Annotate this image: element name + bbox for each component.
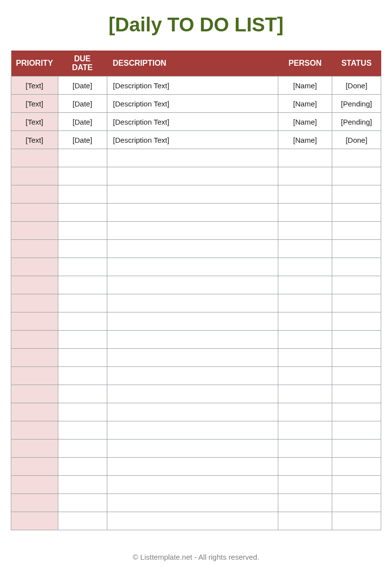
person-cell[interactable] (278, 349, 332, 367)
person-cell[interactable] (278, 476, 332, 494)
status-cell[interactable] (332, 222, 381, 240)
priority-cell[interactable] (11, 294, 58, 312)
priority-cell[interactable]: [Text] (11, 95, 58, 113)
description-cell[interactable] (107, 476, 278, 494)
person-cell[interactable]: [Name] (278, 95, 332, 113)
person-cell[interactable] (278, 222, 332, 240)
person-cell[interactable] (278, 149, 332, 167)
description-cell[interactable] (107, 367, 278, 385)
person-cell[interactable] (278, 312, 332, 331)
person-cell[interactable] (278, 167, 332, 185)
description-cell[interactable]: [Description Text] (107, 95, 278, 113)
description-cell[interactable] (107, 276, 278, 294)
duedate-cell[interactable] (58, 294, 107, 312)
priority-cell[interactable] (11, 167, 58, 185)
duedate-cell[interactable] (58, 421, 107, 440)
person-cell[interactable] (278, 331, 332, 349)
status-cell[interactable] (332, 458, 381, 476)
status-cell[interactable] (332, 403, 381, 421)
description-cell[interactable] (107, 331, 278, 349)
status-cell[interactable]: [Done] (332, 77, 381, 95)
person-cell[interactable] (278, 185, 332, 204)
person-cell[interactable]: [Name] (278, 131, 332, 149)
person-cell[interactable] (278, 204, 332, 222)
description-cell[interactable] (107, 185, 278, 204)
description-cell[interactable] (107, 421, 278, 440)
status-cell[interactable]: [Pending] (332, 95, 381, 113)
priority-cell[interactable] (11, 185, 58, 204)
duedate-cell[interactable]: [Date] (58, 113, 107, 131)
priority-cell[interactable]: [Text] (11, 131, 58, 149)
status-cell[interactable] (332, 367, 381, 385)
priority-cell[interactable]: [Text] (11, 77, 58, 95)
person-cell[interactable]: [Name] (278, 113, 332, 131)
status-cell[interactable] (332, 385, 381, 403)
duedate-cell[interactable]: [Date] (58, 95, 107, 113)
priority-cell[interactable] (11, 421, 58, 440)
description-cell[interactable] (107, 222, 278, 240)
person-cell[interactable] (278, 385, 332, 403)
priority-cell[interactable] (11, 258, 58, 276)
person-cell[interactable] (278, 512, 332, 530)
status-cell[interactable]: [Done] (332, 131, 381, 149)
priority-cell[interactable] (11, 385, 58, 403)
duedate-cell[interactable] (58, 240, 107, 258)
duedate-cell[interactable] (58, 512, 107, 530)
duedate-cell[interactable]: [Date] (58, 77, 107, 95)
status-cell[interactable] (332, 240, 381, 258)
duedate-cell[interactable] (58, 440, 107, 458)
description-cell[interactable]: [Description Text] (107, 113, 278, 131)
priority-cell[interactable] (11, 440, 58, 458)
duedate-cell[interactable] (58, 476, 107, 494)
duedate-cell[interactable] (58, 349, 107, 367)
duedate-cell[interactable] (58, 204, 107, 222)
priority-cell[interactable] (11, 512, 58, 530)
description-cell[interactable] (107, 312, 278, 331)
person-cell[interactable] (278, 294, 332, 312)
duedate-cell[interactable] (58, 494, 107, 512)
duedate-cell[interactable] (58, 185, 107, 204)
duedate-cell[interactable] (58, 312, 107, 331)
description-cell[interactable] (107, 349, 278, 367)
duedate-cell[interactable] (58, 458, 107, 476)
status-cell[interactable] (332, 494, 381, 512)
duedate-cell[interactable]: [Date] (58, 131, 107, 149)
priority-cell[interactable] (11, 349, 58, 367)
status-cell[interactable]: [Pending] (332, 113, 381, 131)
status-cell[interactable] (332, 276, 381, 294)
duedate-cell[interactable] (58, 403, 107, 421)
status-cell[interactable] (332, 331, 381, 349)
person-cell[interactable] (278, 421, 332, 440)
description-cell[interactable] (107, 385, 278, 403)
description-cell[interactable] (107, 240, 278, 258)
status-cell[interactable] (332, 512, 381, 530)
person-cell[interactable] (278, 258, 332, 276)
description-cell[interactable] (107, 167, 278, 185)
priority-cell[interactable] (11, 149, 58, 167)
status-cell[interactable] (332, 149, 381, 167)
priority-cell[interactable] (11, 312, 58, 331)
status-cell[interactable] (332, 167, 381, 185)
priority-cell[interactable] (11, 331, 58, 349)
priority-cell[interactable] (11, 476, 58, 494)
status-cell[interactable] (332, 476, 381, 494)
description-cell[interactable]: [Description Text] (107, 77, 278, 95)
duedate-cell[interactable] (58, 258, 107, 276)
priority-cell[interactable] (11, 240, 58, 258)
description-cell[interactable] (107, 440, 278, 458)
status-cell[interactable] (332, 312, 381, 331)
priority-cell[interactable] (11, 403, 58, 421)
status-cell[interactable] (332, 440, 381, 458)
duedate-cell[interactable] (58, 222, 107, 240)
priority-cell[interactable] (11, 367, 58, 385)
description-cell[interactable] (107, 458, 278, 476)
person-cell[interactable] (278, 494, 332, 512)
duedate-cell[interactable] (58, 385, 107, 403)
status-cell[interactable] (332, 349, 381, 367)
priority-cell[interactable] (11, 458, 58, 476)
description-cell[interactable] (107, 512, 278, 530)
status-cell[interactable] (332, 185, 381, 204)
description-cell[interactable] (107, 494, 278, 512)
status-cell[interactable] (332, 294, 381, 312)
duedate-cell[interactable] (58, 276, 107, 294)
